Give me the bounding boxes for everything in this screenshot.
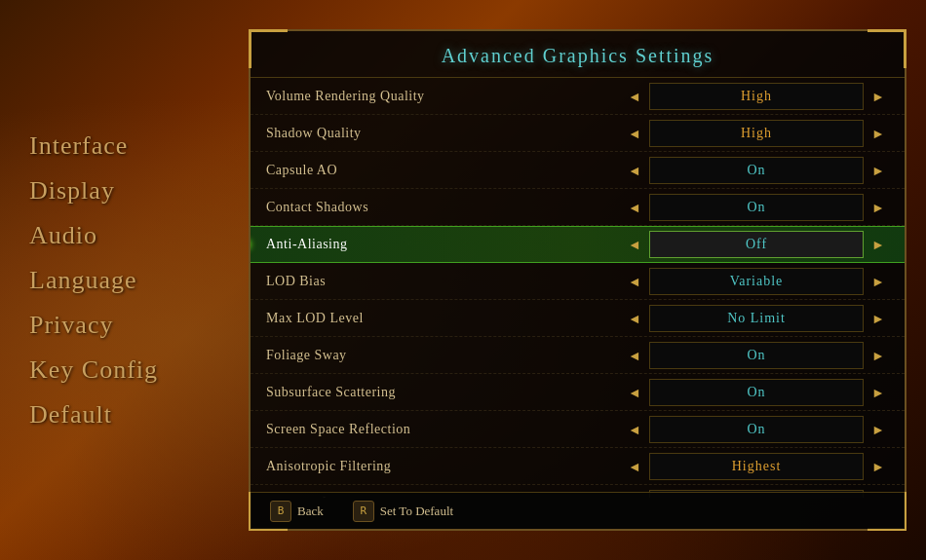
right-arrow-anti-aliasing[interactable]: ► — [868, 231, 889, 258]
value-box-lod-bias: Variable — [649, 268, 864, 295]
setting-row-shadow-quality[interactable]: Shadow Quality◄High► — [251, 115, 905, 152]
sidebar-item-default[interactable]: Default — [29, 396, 205, 433]
control-area-lod-bias: ◄Variable► — [624, 268, 889, 295]
setting-row-contact-shadows[interactable]: Contact Shadows◄On► — [251, 189, 905, 226]
setting-row-screen-space-reflection[interactable]: Screen Space Reflection◄On► — [251, 411, 905, 448]
right-arrow-contact-shadows[interactable]: ► — [868, 194, 889, 221]
set-to-default-button[interactable]: R Set To Default — [353, 501, 453, 522]
value-box-shadow-quality: High — [649, 120, 864, 147]
control-area-capsule-ao: ◄On► — [624, 157, 889, 184]
left-arrow-subsurface-scattering[interactable]: ◄ — [624, 379, 645, 406]
control-area-screen-space-reflection: ◄On► — [624, 416, 889, 443]
setting-label-anisotropic-filtering: Anisotropic Filtering — [266, 459, 624, 474]
value-box-capsule-ao: On — [649, 157, 864, 184]
control-area-subsurface-scattering: ◄On► — [624, 379, 889, 406]
control-area-volume-rendering-quality: ◄High► — [624, 83, 889, 110]
setting-label-capsule-ao: Capsule AO — [266, 163, 624, 178]
corner-decoration-tl — [249, 29, 288, 68]
settings-list: Volume Rendering Quality◄High►Shadow Qua… — [251, 78, 905, 498]
sidebar-item-key-config[interactable]: Key Config — [29, 352, 205, 389]
setting-row-anti-aliasing[interactable]: Anti-Aliasing◄Off► — [251, 226, 905, 263]
value-box-max-lod-level: No Limit — [649, 305, 864, 332]
setting-row-anisotropic-filtering[interactable]: Anisotropic Filtering◄Highest► — [251, 448, 905, 485]
default-label: Set To Default — [380, 504, 453, 519]
value-box-screen-space-reflection: On — [649, 416, 864, 443]
right-arrow-subsurface-scattering[interactable]: ► — [868, 379, 889, 406]
right-arrow-shadow-quality[interactable]: ► — [868, 120, 889, 147]
control-area-shadow-quality: ◄High► — [624, 120, 889, 147]
setting-label-foliage-sway: Foliage Sway — [266, 348, 624, 363]
control-area-foliage-sway: ◄On► — [624, 342, 889, 369]
setting-label-lod-bias: LOD Bias — [266, 274, 624, 289]
corner-decoration-tr — [868, 29, 907, 68]
value-box-anti-aliasing: Off — [649, 231, 864, 258]
right-arrow-capsule-ao[interactable]: ► — [868, 157, 889, 184]
value-box-subsurface-scattering: On — [649, 379, 864, 406]
right-arrow-max-lod-level[interactable]: ► — [868, 305, 889, 332]
back-key: B — [270, 501, 291, 522]
left-arrow-foliage-sway[interactable]: ◄ — [624, 342, 645, 369]
setting-label-screen-space-reflection: Screen Space Reflection — [266, 422, 624, 437]
right-arrow-screen-space-reflection[interactable]: ► — [868, 416, 889, 443]
main-panel: Advanced Graphics Settings Volume Render… — [249, 29, 907, 531]
setting-label-contact-shadows: Contact Shadows — [266, 200, 624, 215]
left-arrow-capsule-ao[interactable]: ◄ — [624, 157, 645, 184]
left-arrow-contact-shadows[interactable]: ◄ — [624, 194, 645, 221]
value-box-volume-rendering-quality: High — [649, 83, 864, 110]
left-arrow-shadow-quality[interactable]: ◄ — [624, 120, 645, 147]
right-arrow-lod-bias[interactable]: ► — [868, 268, 889, 295]
left-arrow-screen-space-reflection[interactable]: ◄ — [624, 416, 645, 443]
left-arrow-max-lod-level[interactable]: ◄ — [624, 305, 645, 332]
control-area-max-lod-level: ◄No Limit► — [624, 305, 889, 332]
control-area-anti-aliasing: ◄Off► — [624, 231, 889, 258]
sidebar-item-privacy[interactable]: Privacy — [29, 307, 205, 344]
back-label: Back — [297, 504, 324, 519]
bottom-bar: B Back R Set To Default — [251, 492, 905, 529]
control-area-anisotropic-filtering: ◄Highest► — [624, 453, 889, 480]
setting-row-volume-rendering-quality[interactable]: Volume Rendering Quality◄High► — [251, 78, 905, 115]
setting-label-volume-rendering-quality: Volume Rendering Quality — [266, 89, 624, 104]
setting-label-shadow-quality: Shadow Quality — [266, 126, 624, 141]
value-box-contact-shadows: On — [649, 194, 864, 221]
setting-label-max-lod-level: Max LOD Level — [266, 311, 624, 326]
control-area-contact-shadows: ◄On► — [624, 194, 889, 221]
left-arrow-volume-rendering-quality[interactable]: ◄ — [624, 83, 645, 110]
setting-label-anti-aliasing: Anti-Aliasing — [266, 237, 624, 252]
setting-row-capsule-ao[interactable]: Capsule AO◄On► — [251, 152, 905, 189]
sidebar-item-interface[interactable]: Interface — [29, 128, 205, 165]
back-button[interactable]: B Back — [270, 501, 324, 522]
sidebar-item-language[interactable]: Language — [29, 262, 205, 299]
setting-row-subsurface-scattering[interactable]: Subsurface Scattering◄On► — [251, 374, 905, 411]
value-box-foliage-sway: On — [649, 342, 864, 369]
setting-row-max-lod-level[interactable]: Max LOD Level◄No Limit► — [251, 300, 905, 337]
right-arrow-volume-rendering-quality[interactable]: ► — [868, 83, 889, 110]
sidebar-item-audio[interactable]: Audio — [29, 217, 205, 254]
left-arrow-anti-aliasing[interactable]: ◄ — [624, 231, 645, 258]
left-arrow-anisotropic-filtering[interactable]: ◄ — [624, 453, 645, 480]
default-key: R — [353, 501, 374, 522]
left-arrow-lod-bias[interactable]: ◄ — [624, 268, 645, 295]
panel-title: Advanced Graphics Settings — [251, 31, 905, 78]
setting-label-subsurface-scattering: Subsurface Scattering — [266, 385, 624, 400]
right-arrow-foliage-sway[interactable]: ► — [868, 342, 889, 369]
value-box-anisotropic-filtering: Highest — [649, 453, 864, 480]
sidebar: InterfaceDisplayAudioLanguagePrivacyKey … — [0, 0, 224, 560]
setting-row-foliage-sway[interactable]: Foliage Sway◄On► — [251, 337, 905, 374]
sidebar-item-display[interactable]: Display — [29, 172, 205, 209]
right-arrow-anisotropic-filtering[interactable]: ► — [868, 453, 889, 480]
setting-row-lod-bias[interactable]: LOD Bias◄Variable► — [251, 263, 905, 300]
